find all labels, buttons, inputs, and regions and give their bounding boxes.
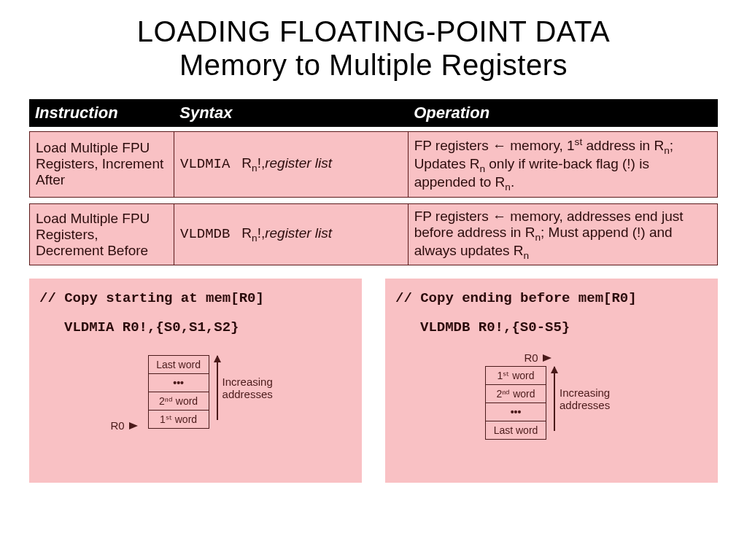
title-line-2: Memory to Multiple Registers [179, 49, 568, 81]
slide-title: LOADING FLOATING-POINT DATA Memory to Mu… [29, 15, 718, 82]
arrow-up-icon [554, 367, 555, 431]
mem-cell: Last word [485, 421, 546, 440]
title-line-1: LOADING FLOATING-POINT DATA [137, 15, 610, 47]
instruction-row-vldmia: Load Multiple FPU Registers, Increment A… [29, 131, 718, 198]
example-code: VLDMDB R0!,{S0-S5} [395, 319, 708, 335]
slide: LOADING FLOATING-POINT DATA Memory to Mu… [0, 0, 747, 497]
memory-cells: 1ˢᵗ word 2ⁿᵈ word ••• Last word [485, 367, 546, 440]
arrow-up-icon [217, 356, 218, 420]
mem-cell: 2ⁿᵈ word [485, 384, 546, 403]
instruction-name: Load Multiple FPU Registers, Increment A… [30, 132, 174, 198]
memory-diagram: R0 Last word ••• 2ⁿᵈ word 1ˢᵗ word Incre… [39, 356, 352, 432]
header-syntax: Syntax [174, 99, 408, 127]
arrow-left-icon: → [492, 209, 506, 225]
instruction-table-header: Instruction Syntax Operation [29, 99, 718, 127]
arrow-right-icon [129, 422, 138, 429]
mem-cell: ••• [485, 402, 546, 421]
r0-pointer: R0 [524, 351, 551, 364]
instruction-operation: FP registers → memory, addresses end jus… [408, 203, 717, 265]
example-code: VLDMIA R0!,{S0,S1,S2} [39, 319, 352, 335]
example-comment: // Copy starting at mem[R0] [39, 290, 352, 306]
increasing-addresses: Increasing addresses [554, 367, 618, 431]
mem-cell: Last word [148, 355, 209, 374]
mem-cell: 1ˢᵗ word [148, 410, 209, 429]
instruction-syntax: VLDMIA Rn!,register list [174, 132, 409, 198]
header-instruction: Instruction [29, 99, 174, 127]
arrow-left-icon: → [492, 138, 506, 154]
examples-row: // Copy starting at mem[R0] VLDMIA R0!,{… [29, 279, 718, 483]
mem-cell: 1ˢᵗ word [485, 366, 546, 385]
instruction-row-vldmdb: Load Multiple FPU Registers, Decrement B… [29, 203, 718, 266]
r0-pointer: R0 [110, 419, 137, 432]
mem-cell: 2ⁿᵈ word [148, 392, 209, 411]
arrow-right-icon [543, 354, 551, 362]
example-vldmdb: // Copy ending before mem[R0] VLDMDB R0!… [385, 279, 718, 483]
example-comment: // Copy ending before mem[R0] [395, 290, 708, 306]
instruction-name: Load Multiple FPU Registers, Decrement B… [30, 203, 174, 265]
example-vldmia: // Copy starting at mem[R0] VLDMIA R0!,{… [29, 279, 362, 483]
instruction-syntax: VLDMDB Rn!,register list [174, 203, 409, 265]
header-operation: Operation [408, 99, 718, 127]
memory-cells: Last word ••• 2ⁿᵈ word 1ˢᵗ word [148, 356, 209, 429]
mem-cell: ••• [148, 373, 209, 392]
increasing-addresses: Increasing addresses [217, 356, 281, 420]
memory-diagram: 1ˢᵗ word 2ⁿᵈ word ••• Last word Increasi… [395, 367, 708, 440]
instruction-operation: FP registers → memory, 1st address in Rn… [408, 132, 717, 198]
